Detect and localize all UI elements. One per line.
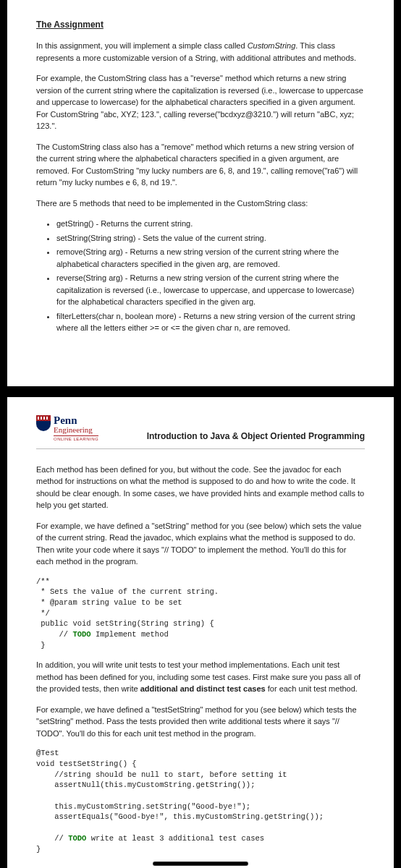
assignment-p4: There are 5 methods that need to be impl… — [36, 197, 365, 210]
page-2: Penn Engineering ONLINE LEARNING Introdu… — [7, 397, 394, 869]
method-list: getString() - Returns the current string… — [56, 218, 365, 334]
page-header: Penn Engineering ONLINE LEARNING Introdu… — [36, 415, 365, 449]
home-indicator — [153, 862, 248, 865]
assignment-p2: For example, the CustomString class has … — [36, 72, 365, 132]
page-1: The Assignment In this assignment, you w… — [7, 0, 394, 386]
course-title: Introduction to Java & Object Oriented P… — [147, 430, 365, 443]
assignment-p3: The CustomString class also has a "remov… — [36, 141, 365, 189]
penn-logo: Penn Engineering ONLINE LEARNING — [36, 415, 98, 443]
logo-engineering: Engineering — [54, 426, 98, 434]
page2-p2: For example, we have defined a "setStrin… — [36, 520, 365, 568]
shield-icon — [36, 415, 51, 431]
code-block-2: @Test void testSetString() { //string sh… — [36, 748, 365, 854]
code-block-1: /** * Sets the value of the current stri… — [36, 576, 365, 651]
page2-p3: In addition, you will write unit tests t… — [36, 659, 365, 695]
list-item: getString() - Returns the current string… — [56, 218, 365, 230]
logo-penn: Penn — [54, 415, 98, 426]
list-item: reverse(String arg) - Returns a new stri… — [56, 272, 365, 308]
assignment-title: The Assignment — [36, 18, 365, 31]
page2-p1: Each method has been defined for you, bu… — [36, 464, 365, 511]
page2-p4: For example, we have defined a "testSetS… — [36, 704, 365, 740]
list-item: remove(String arg) - Returns a new strin… — [56, 246, 365, 270]
list-item: setString(String string) - Sets the valu… — [56, 232, 365, 244]
assignment-p1: In this assignment, you will implement a… — [36, 40, 365, 64]
logo-online: ONLINE LEARNING — [54, 435, 98, 443]
list-item: filterLetters(char n, boolean more) - Re… — [56, 310, 365, 334]
